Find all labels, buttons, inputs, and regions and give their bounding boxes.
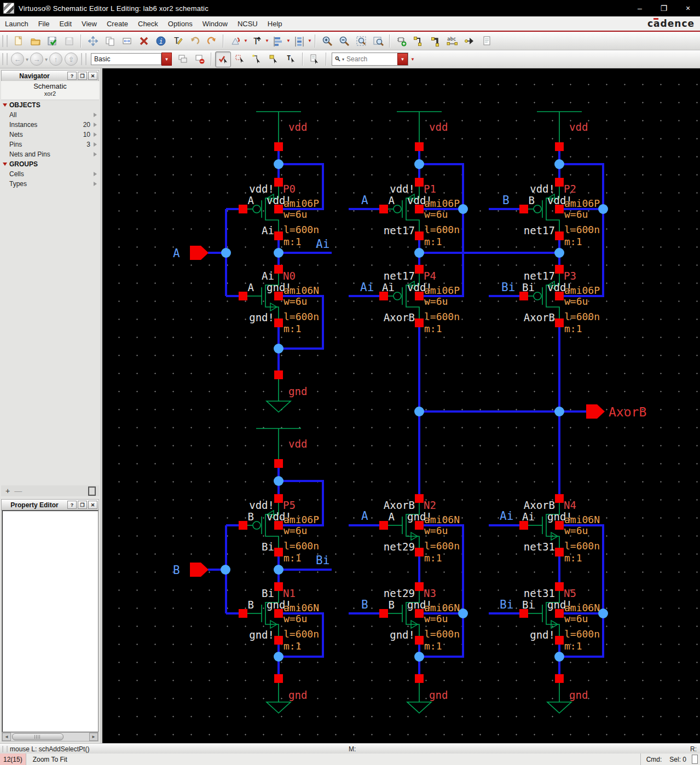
maximize-button[interactable]: ❐ — [652, 0, 676, 16]
net-label-A[interactable]: A — [173, 247, 180, 260]
distribute-dropdown[interactable]: ▼ — [308, 33, 312, 48]
io-pin-AxorB[interactable] — [586, 404, 605, 419]
junction-dot[interactable] — [274, 652, 284, 662]
gnd-net-label[interactable]: gnd — [288, 385, 307, 397]
pin-square[interactable] — [274, 582, 283, 591]
junction-dot[interactable] — [414, 407, 424, 416]
search-input[interactable] — [345, 55, 397, 63]
expand-icon[interactable] — [94, 182, 97, 186]
scroll-right-icon[interactable]: ► — [89, 733, 98, 741]
save-as-button[interactable] — [61, 33, 77, 49]
pin-square[interactable] — [274, 494, 283, 503]
pane-toggle-icon[interactable] — [88, 486, 96, 496]
pin-square[interactable] — [555, 178, 564, 187]
pin-square[interactable] — [415, 178, 424, 187]
vdd-net-label[interactable]: vdd — [288, 121, 307, 133]
io-pin-B[interactable] — [190, 563, 209, 577]
gate-label[interactable]: A — [248, 194, 254, 206]
pin-square[interactable] — [415, 582, 424, 591]
expand-icon[interactable] — [94, 123, 97, 127]
tree-item-all[interactable]: All — [1, 110, 99, 120]
vdd-net-label[interactable]: vdd — [288, 438, 307, 450]
navigator-help-button[interactable]: ? — [67, 72, 77, 80]
terminal-label[interactable]: net31 — [524, 587, 555, 599]
menu-ncsu[interactable]: NCSU — [233, 16, 263, 31]
instance-name[interactable]: N4 — [564, 499, 576, 511]
model-label[interactable]: ami06P — [284, 514, 319, 525]
toolbar-grip[interactable] — [81, 53, 86, 65]
terminal-label[interactable]: vdd! — [390, 183, 415, 195]
terminal-label[interactable]: net29 — [384, 587, 415, 599]
pmos-bubble[interactable] — [253, 521, 261, 529]
junction-dot[interactable] — [458, 608, 468, 618]
width-param[interactable]: w=6u — [564, 613, 588, 624]
net-label-Bi[interactable]: Bi — [501, 281, 515, 294]
pin-square[interactable] — [274, 674, 283, 683]
display-options-button[interactable] — [175, 51, 190, 67]
gate-label[interactable]: Bi — [522, 599, 535, 611]
junction-dot[interactable] — [414, 652, 424, 662]
pin-square[interactable] — [415, 674, 424, 683]
rotate-button[interactable] — [227, 33, 243, 49]
model-label[interactable]: ami06N — [284, 602, 319, 613]
terminal-label[interactable]: net17 — [384, 224, 415, 236]
mult-param[interactable]: m:1 — [424, 236, 442, 247]
width-param[interactable]: w=6u — [564, 295, 588, 307]
search-go-button[interactable]: ▼ — [397, 53, 408, 65]
hide-options-button[interactable] — [192, 51, 207, 67]
instance-name[interactable]: P4 — [424, 270, 436, 282]
model-label[interactable]: ami06P — [564, 198, 600, 209]
stretch-button[interactable] — [119, 33, 135, 49]
pin-square[interactable] — [274, 459, 283, 468]
pin-square[interactable] — [555, 318, 564, 327]
close-button[interactable]: × — [676, 0, 700, 16]
mult-param[interactable]: m:1 — [424, 640, 442, 652]
gnd-net-label[interactable]: gnd — [429, 689, 448, 701]
terminal-label[interactable]: gnd! — [530, 629, 555, 641]
junction-dot[interactable] — [414, 248, 424, 258]
tree-item-nets[interactable]: Nets10 — [1, 130, 99, 140]
search-box[interactable]: 🔍︎ ▾ ▼ — [332, 53, 408, 66]
create-note-button[interactable] — [478, 33, 494, 49]
mult-param[interactable]: m:1 — [424, 552, 442, 564]
mult-param[interactable]: m:1 — [284, 236, 302, 247]
junction-dot[interactable] — [554, 652, 564, 662]
menu-file[interactable]: File — [33, 16, 55, 31]
property-editor-close-button[interactable]: ✕ — [88, 501, 97, 509]
gnd-symbol[interactable] — [407, 683, 431, 713]
zoom-out-button[interactable] — [336, 33, 352, 49]
width-param[interactable]: w=6u — [284, 613, 307, 624]
gate-label[interactable]: B — [529, 194, 535, 206]
go-up-icon[interactable]: ↑ — [49, 53, 62, 66]
search-options-dropdown[interactable]: ▼ — [410, 52, 415, 67]
model-label[interactable]: ami06P — [424, 198, 460, 209]
tree-section-groups[interactable]: GROUPS — [1, 159, 99, 169]
query-properties-button[interactable]: i — [153, 33, 169, 49]
instance-name[interactable]: P2 — [564, 183, 576, 195]
length-param[interactable]: l=600n — [284, 224, 319, 235]
pin-square[interactable] — [379, 609, 388, 618]
create-wire-button[interactable] — [410, 33, 426, 49]
terminal-label[interactable]: AxorB — [384, 499, 415, 511]
gate-label[interactable]: A — [248, 281, 254, 293]
vdd-net-label[interactable]: vdd — [569, 121, 588, 133]
model-label[interactable]: ami06N — [564, 514, 600, 525]
junction-dot[interactable] — [221, 565, 230, 575]
gnd-net-label[interactable]: gnd — [288, 689, 307, 701]
mult-param[interactable]: m:1 — [424, 323, 442, 334]
pin-square[interactable] — [519, 205, 528, 213]
menu-edit[interactable]: Edit — [55, 16, 77, 31]
open-folder-button[interactable] — [27, 33, 43, 49]
terminal-label[interactable]: net17 — [524, 270, 555, 282]
pin-square[interactable] — [555, 582, 564, 591]
net-label-Ai[interactable]: Ai — [500, 509, 513, 523]
junction-dot[interactable] — [221, 248, 231, 258]
width-param[interactable]: w=6u — [424, 208, 448, 220]
length-param[interactable]: l=600n — [424, 540, 460, 552]
gate-label[interactable]: Ai — [522, 511, 535, 523]
junction-dot[interactable] — [598, 608, 608, 618]
instance-name[interactable]: N2 — [424, 499, 436, 511]
add-filter-button[interactable]: + — [5, 486, 10, 495]
menu-check[interactable]: Check — [133, 16, 163, 31]
mult-param[interactable]: m:1 — [284, 552, 302, 564]
